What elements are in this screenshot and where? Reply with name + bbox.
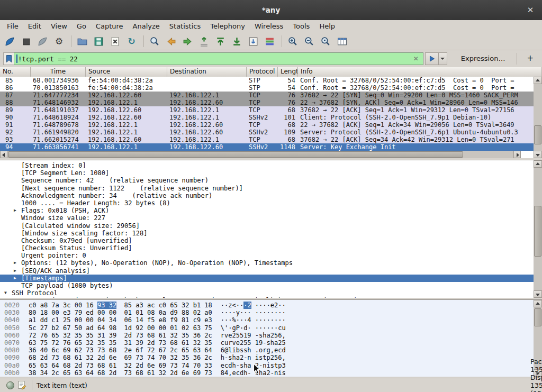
packet-row[interactable]: 87 71.647777234 192.168.122.60 192.168.1… bbox=[0, 92, 534, 99]
packet-row[interactable]: 86 70.013850163 fe:54:00:d4:38:2a STP 54… bbox=[0, 84, 534, 92]
expander-icon[interactable] bbox=[14, 222, 21, 230]
resize-columns-button[interactable] bbox=[335, 34, 350, 49]
expander-icon[interactable]: ▶ bbox=[14, 275, 21, 282]
expander-icon[interactable]: ▶ bbox=[14, 259, 21, 267]
hex-row[interactable]: 0040a1 dd c1 25 00 00 04 34 06 14 f5 e8 … bbox=[0, 316, 534, 324]
zoom-out-button[interactable] bbox=[302, 34, 317, 49]
scroll-down-arrow[interactable] bbox=[534, 151, 542, 158]
expert-info-button[interactable] bbox=[4, 380, 16, 390]
save-capture-file-button[interactable] bbox=[91, 34, 106, 49]
add-filter-button[interactable]: + bbox=[521, 52, 539, 65]
expander-icon[interactable] bbox=[14, 162, 21, 169]
go-forward-button[interactable] bbox=[180, 34, 195, 49]
detail-line[interactable]: [Window size scaling factor: 128] bbox=[0, 230, 534, 237]
expander-icon[interactable] bbox=[14, 199, 21, 207]
menu-item[interactable]: Tools bbox=[288, 20, 314, 33]
menu-item[interactable]: Go bbox=[72, 20, 91, 33]
expander-icon[interactable]: ▶ bbox=[14, 267, 21, 275]
packet-row[interactable]: 91 71.648789678 192.168.122.1 192.168.12… bbox=[0, 121, 534, 129]
packet-row[interactable]: 85 68.001734936 fe:54:00:d4:38:2a STP 54… bbox=[0, 77, 534, 84]
stop-capture-button[interactable] bbox=[19, 34, 34, 49]
filter-clear-icon[interactable]: ✕ bbox=[411, 55, 421, 62]
menu-item[interactable]: Telephony bbox=[205, 20, 250, 33]
auto-scroll-button[interactable] bbox=[246, 34, 261, 49]
expander-icon[interactable] bbox=[14, 192, 21, 199]
detail-line[interactable]: Window size value: 227 bbox=[0, 214, 534, 222]
menu-item[interactable]: Wireless bbox=[250, 20, 288, 33]
capture-comment-button[interactable] bbox=[16, 380, 28, 390]
hex-row[interactable]: 00b038 34 2c 65 63 64 68 2d 73 68 61 32 … bbox=[0, 369, 534, 377]
go-back-button[interactable] bbox=[164, 34, 179, 49]
detail-line[interactable]: [Next sequence number: 1122 (relative se… bbox=[0, 185, 534, 192]
filter-history-dropdown[interactable] bbox=[439, 52, 447, 65]
expander-icon[interactable] bbox=[14, 214, 21, 222]
packet-row[interactable]: 90 71.648618924 192.168.122.60 192.168.1… bbox=[0, 114, 534, 121]
packet-list-vscrollbar[interactable] bbox=[534, 77, 542, 158]
go-to-bottom-button[interactable] bbox=[229, 34, 245, 49]
packet-row[interactable]: 92 71.661949820 192.168.122.1 192.168.12… bbox=[0, 129, 534, 136]
expander-icon[interactable] bbox=[14, 230, 21, 237]
menu-item[interactable]: Help bbox=[314, 20, 340, 33]
scroll-slider[interactable] bbox=[534, 308, 541, 326]
column-header[interactable]: Info bbox=[298, 67, 542, 77]
detail-line[interactable]: ▶Flags: 0x018 (PSH, ACK) bbox=[0, 207, 534, 214]
hex-row[interactable]: 00505c 27 b2 67 50 ad 64 98 1d 92 00 00 … bbox=[0, 324, 534, 332]
expander-icon[interactable]: ▼ bbox=[4, 289, 12, 297]
expander-icon[interactable] bbox=[14, 237, 21, 244]
hex-row[interactable]: 007063 75 72 76 65 32 35 35 31 39 2d 73 … bbox=[0, 339, 534, 347]
detail-line[interactable]: ▼SSH Protocol bbox=[0, 289, 534, 297]
detail-line[interactable]: Checksum: 0x79ed [unverified] bbox=[0, 237, 534, 244]
column-header[interactable]: Destination bbox=[167, 67, 247, 77]
find-packet-button[interactable] bbox=[147, 34, 162, 49]
column-header[interactable]: Source bbox=[86, 67, 167, 77]
menu-item[interactable]: Edit bbox=[23, 20, 46, 33]
go-to-top-button[interactable] bbox=[213, 34, 228, 49]
detail-line[interactable]: Sequence number: 42 (relative sequence n… bbox=[0, 177, 534, 184]
hex-row[interactable]: 008036 40 6c 69 62 73 73 68 2e 6f 72 67 … bbox=[0, 347, 534, 354]
detail-line[interactable]: ▶[SEQ/ACK analysis] bbox=[0, 267, 534, 275]
scroll-left-arrow[interactable] bbox=[0, 151, 7, 158]
zoom-normal-button[interactable] bbox=[318, 34, 333, 49]
titlebar[interactable]: *any ✕ bbox=[0, 0, 542, 20]
hex-row[interactable]: 0020c0 a8 7a 3c 00 16 93 32 85 a3 ac c0 … bbox=[0, 302, 534, 309]
filter-apply-button[interactable] bbox=[425, 52, 439, 65]
scroll-up-arrow[interactable] bbox=[534, 160, 542, 168]
colorize-packets-button[interactable] bbox=[262, 34, 277, 49]
scroll-slider[interactable] bbox=[534, 125, 541, 144]
column-header[interactable]: Length bbox=[278, 67, 298, 77]
hex-row[interactable]: 003080 18 00 e3 79 ed 00 00 01 01 08 0a … bbox=[0, 309, 534, 316]
menu-item[interactable]: View bbox=[46, 20, 72, 33]
scroll-up-arrow[interactable] bbox=[534, 300, 542, 307]
detail-line[interactable]: [TCP Segment Len: 1080] bbox=[0, 169, 534, 177]
expander-icon[interactable] bbox=[14, 252, 21, 259]
detail-line[interactable]: [Checksum Status: Unverified] bbox=[0, 244, 534, 252]
scroll-down-arrow[interactable] bbox=[534, 290, 542, 298]
display-filter-input[interactable]: !tcp.port == 22 ✕ bbox=[14, 52, 423, 65]
packet-row[interactable]: 94 71.663856741 192.168.122.1 192.168.12… bbox=[0, 143, 534, 151]
hex-row[interactable]: 009068 2d 73 68 61 32 2d 6e 69 73 74 70 … bbox=[0, 354, 534, 361]
hex-row[interactable]: 00a065 63 64 68 2d 73 68 61 32 2d 6e 69 … bbox=[0, 362, 534, 369]
expression-button[interactable]: Expression… bbox=[455, 52, 512, 65]
capture-options-button[interactable]: ⚙ bbox=[51, 34, 67, 49]
reload-capture-file-button[interactable]: ↻ bbox=[124, 34, 139, 49]
scroll-right-arrow[interactable] bbox=[513, 151, 521, 158]
expander-icon[interactable] bbox=[14, 177, 21, 184]
detail-line[interactable]: [Stream index: 0] bbox=[0, 162, 534, 169]
close-capture-file-button[interactable] bbox=[107, 34, 123, 49]
detail-line[interactable]: TCP payload (1080 bytes) bbox=[0, 282, 534, 289]
zoom-in-button[interactable] bbox=[285, 34, 301, 49]
expander-icon[interactable] bbox=[14, 244, 21, 252]
go-to-packet-button[interactable] bbox=[196, 34, 212, 49]
menu-item[interactable]: File bbox=[2, 20, 23, 33]
filter-bookmark-button[interactable] bbox=[3, 52, 14, 65]
start-capture-button[interactable] bbox=[2, 34, 17, 49]
menu-item[interactable]: Capture bbox=[91, 20, 128, 33]
expander-icon[interactable] bbox=[14, 169, 21, 177]
column-header[interactable]: Time bbox=[31, 67, 86, 77]
packet-row[interactable]: 93 71.662015274 192.168.122.60 192.168.1… bbox=[0, 136, 534, 143]
column-header[interactable]: Protocol bbox=[247, 67, 278, 77]
details-vscrollbar[interactable] bbox=[534, 160, 542, 298]
detail-line[interactable]: ▶Options: (12 bytes), No-Operation (NOP)… bbox=[0, 259, 534, 267]
scroll-slider[interactable] bbox=[8, 151, 463, 158]
scroll-up-arrow[interactable] bbox=[534, 77, 542, 84]
